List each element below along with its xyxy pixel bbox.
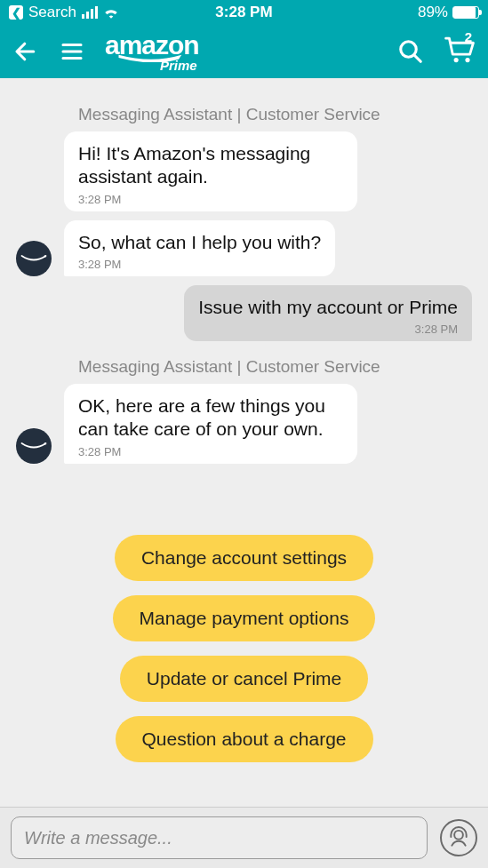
message-time: 3:28 PM — [78, 445, 343, 458]
user-message-row: Issue with my account or Prime 3:28 PM — [16, 285, 472, 341]
svg-line-1 — [414, 55, 421, 62]
amazon-prime-logo[interactable]: amazon Prime — [105, 32, 199, 72]
message-bubble: So, what can I help you with? 3:28 PM — [64, 220, 335, 276]
menu-icon[interactable] — [59, 38, 85, 65]
sender-label: Messaging Assistant | Customer Service — [78, 357, 472, 377]
search-icon[interactable] — [397, 38, 424, 65]
wifi-icon — [103, 6, 119, 19]
quick-reply-list: Change account settings Manage payment o… — [16, 535, 472, 762]
quick-reply-change-account[interactable]: Change account settings — [115, 535, 373, 581]
assistant-avatar — [16, 241, 52, 276]
message-input[interactable] — [11, 816, 428, 859]
amazon-smile-icon — [20, 252, 47, 265]
amazon-smile-icon — [20, 440, 47, 452]
status-search-label[interactable]: Search — [28, 4, 76, 21]
quick-reply-update-prime[interactable]: Update or cancel Prime — [120, 656, 368, 702]
message-time: 3:28 PM — [198, 323, 458, 336]
message-text: So, what can I help you with? — [78, 231, 321, 254]
message-text: OK, here are a few things you can take c… — [78, 394, 343, 442]
assistant-message-row: Hi! It's Amazon's messaging assistant ag… — [16, 131, 472, 211]
svg-point-2 — [454, 58, 459, 62]
cell-signal-icon — [82, 6, 98, 19]
chat-area: Messaging Assistant | Customer Service H… — [0, 78, 488, 779]
message-bubble: Issue with my account or Prime 3:28 PM — [184, 285, 472, 341]
message-bubble: Hi! It's Amazon's messaging assistant ag… — [64, 131, 357, 211]
svg-point-4 — [454, 831, 463, 840]
message-time: 3:28 PM — [78, 258, 321, 271]
quick-reply-manage-payment[interactable]: Manage payment options — [113, 595, 376, 641]
cart-button[interactable]: 2 — [444, 35, 476, 68]
contact-agent-button[interactable] — [440, 819, 477, 856]
status-time: 3:28 PM — [165, 4, 322, 21]
assistant-message-row: OK, here are a few things you can take c… — [16, 384, 472, 464]
battery-icon — [452, 6, 479, 19]
svg-point-3 — [465, 58, 469, 62]
headset-icon — [447, 826, 470, 849]
back-arrow-icon[interactable] — [12, 38, 39, 65]
app-header: amazon Prime 2 — [0, 25, 488, 78]
message-bubble: OK, here are a few things you can take c… — [64, 384, 357, 464]
message-time: 3:28 PM — [78, 193, 343, 206]
assistant-avatar — [16, 428, 52, 464]
logo-text-sub: Prime — [160, 59, 197, 72]
cart-count-badge: 2 — [465, 29, 472, 44]
battery-percent: 89% — [418, 4, 448, 21]
quick-reply-question-charge[interactable]: Question about a charge — [116, 716, 373, 762]
status-bar: ❮ Search 3:28 PM 89% — [0, 0, 488, 25]
composer-bar — [0, 807, 488, 868]
message-text: Hi! It's Amazon's messaging assistant ag… — [78, 142, 343, 189]
message-text: Issue with my account or Prime — [198, 296, 458, 319]
app-switch-icon[interactable]: ❮ — [9, 5, 23, 20]
sender-label: Messaging Assistant | Customer Service — [78, 105, 472, 124]
assistant-message-row: So, what can I help you with? 3:28 PM — [16, 220, 472, 276]
